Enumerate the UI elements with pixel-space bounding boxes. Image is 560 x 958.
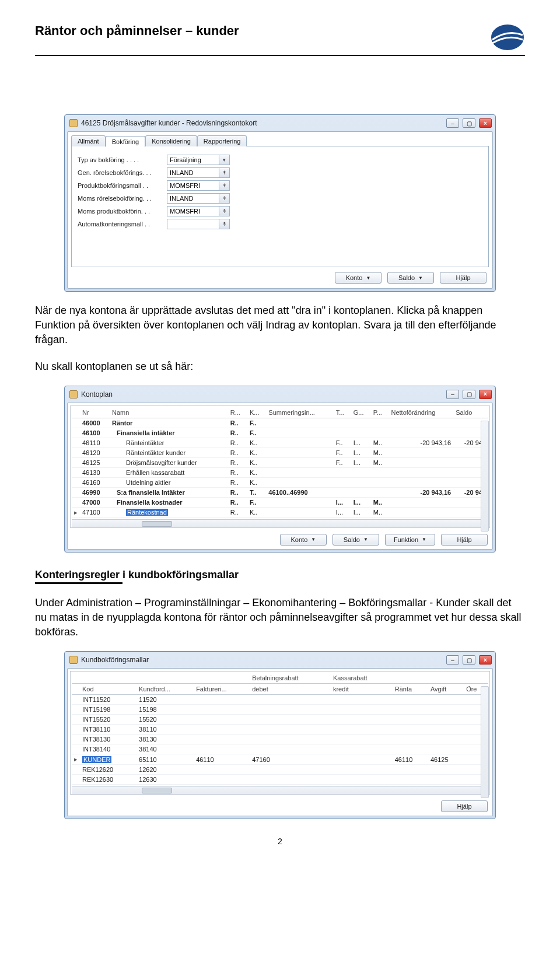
table-row[interactable]: INT1519815198 (72, 705, 488, 715)
field-input[interactable] (167, 180, 219, 191)
column-header[interactable]: Namn (110, 407, 228, 418)
column-header[interactable]: T... (334, 407, 351, 418)
chevron-down-icon: ▼ (422, 537, 426, 542)
table-row[interactable]: ▸47100RäntekostnadR..K..I...I...M.. (72, 507, 488, 518)
subheading: Konteringsregler i kundbokföringsmallar (35, 569, 525, 581)
window-kundbokforingsmallar: Kundbokföringsmallar – ▢ × Betalningsrab… (64, 651, 496, 819)
header-rule (35, 55, 525, 56)
window-title: Kundbokföringsmallar (81, 656, 443, 664)
column-header[interactable]: debet (250, 684, 331, 695)
window-kontoplan: Kontoplan – ▢ × NrNamnR...K...Summerings… (64, 386, 496, 553)
close-button[interactable]: × (479, 655, 492, 665)
field-input[interactable] (167, 167, 219, 178)
table-row[interactable]: REK1262012620 (72, 765, 488, 775)
field-input[interactable] (167, 219, 219, 229)
lookup-button[interactable]: ↟ (219, 193, 230, 204)
table-row[interactable]: INT3814038140 (72, 744, 488, 754)
field-label: Automatkonteringsmall . . (78, 221, 162, 228)
saldo-button[interactable]: Saldo▼ (387, 272, 434, 284)
maximize-button[interactable]: ▢ (463, 390, 475, 399)
lookup-button[interactable]: ↟ (219, 167, 230, 178)
horizontal-scrollbar[interactable] (72, 786, 488, 794)
close-button[interactable]: × (479, 390, 492, 399)
table-row[interactable]: 46110RänteintäkterR..K..F..I...M..-20 94… (72, 438, 488, 447)
table-row[interactable]: 46120Ränteintäkter kunderR..K..F..I...M.… (72, 447, 488, 457)
column-header[interactable]: Avgift (428, 684, 464, 695)
column-header[interactable]: Kod (80, 684, 136, 695)
logo-icon (490, 23, 525, 51)
column-header[interactable]: Nettoförändring (388, 407, 453, 418)
table-row[interactable]: 46160Utdelning aktierR..K.. (72, 477, 488, 487)
horizontal-scrollbar[interactable] (72, 519, 488, 527)
hjälp-button[interactable]: Hjälp (441, 534, 488, 546)
column-header[interactable]: Nr (80, 407, 110, 418)
tab-konsolidering[interactable]: Konsolidering (145, 135, 197, 146)
tab-allmänt[interactable]: Allmänt (71, 135, 106, 146)
konto-button[interactable]: Konto▼ (280, 534, 327, 546)
chevron-down-icon: ▼ (311, 537, 316, 542)
lookup-button[interactable]: ↟ (219, 219, 230, 229)
column-group-header: Betalningsrabatt (250, 673, 331, 684)
close-button[interactable]: × (479, 118, 492, 128)
hjälp-button[interactable]: Hjälp (441, 800, 488, 812)
paragraph-2: Nu skall kontoplanen se ut så här: (35, 359, 525, 374)
field-input[interactable] (167, 206, 219, 216)
subheading-underline (35, 582, 123, 584)
paragraph-3: Under Administration – Programinställnin… (35, 596, 525, 640)
column-header[interactable]: kredit (331, 684, 393, 695)
column-header[interactable]: Summeringsin... (266, 407, 334, 418)
column-header[interactable]: Faktureri... (194, 684, 250, 695)
chevron-down-icon: ▼ (363, 537, 368, 542)
table-row[interactable]: 46125Dröjsmålsavgifter kunderR..K..F..I.… (72, 457, 488, 467)
table-row[interactable]: ▸KUNDER6511046110471604611046125 (72, 754, 488, 765)
page-title: Räntor och påminnelser – kunder (35, 23, 239, 39)
vertical-scrollbar[interactable] (481, 686, 489, 798)
window-icon (69, 390, 78, 398)
lookup-button[interactable]: ▾ (219, 155, 230, 165)
field-label: Typ av bokföring . . . . (78, 156, 162, 163)
paragraph-1: När de nya kontona är upprättade avsluta… (35, 303, 525, 348)
konto-button[interactable]: Konto▼ (335, 272, 382, 284)
maximize-button[interactable]: ▢ (463, 655, 475, 665)
window-title: 46125 Dröjsmålsavgifter kunder - Redovis… (81, 119, 443, 127)
saldo-button[interactable]: Saldo▼ (332, 534, 379, 546)
tab-rapportering[interactable]: Rapportering (197, 135, 247, 146)
minimize-button[interactable]: – (446, 390, 459, 399)
lookup-button[interactable]: ↟ (219, 206, 230, 216)
column-header[interactable]: P... (371, 407, 389, 418)
column-header[interactable]: K... (247, 407, 266, 418)
window-icon (69, 119, 78, 127)
column-header[interactable]: Ränta (393, 684, 428, 695)
table-row[interactable]: INT1152011520 (72, 695, 488, 705)
table-row[interactable]: 47000Finansiella kostnaderR..F..I...I...… (72, 497, 488, 507)
table-row[interactable]: 46990S:a finansiella IntäkterR..T..46100… (72, 487, 488, 497)
field-input[interactable] (167, 155, 219, 165)
page-number: 2 (35, 837, 525, 846)
table-row[interactable]: 46130Erhållen kassarabattR..K.. (72, 467, 488, 477)
field-input[interactable] (167, 193, 219, 204)
table-row[interactable]: INT3811038110 (72, 725, 488, 735)
field-label: Gen. rörelsebokförings. . . (78, 169, 162, 176)
hjälp-button[interactable]: Hjälp (440, 272, 487, 284)
vertical-scrollbar[interactable] (481, 421, 489, 532)
column-header[interactable]: Saldo (453, 407, 488, 418)
minimize-button[interactable]: – (446, 655, 459, 665)
maximize-button[interactable]: ▢ (463, 118, 475, 128)
window-icon (69, 656, 78, 664)
lookup-button[interactable]: ↟ (219, 180, 230, 191)
tab-bokföring[interactable]: Bokföring (106, 136, 145, 147)
column-group-header: Kassarabatt (331, 673, 393, 684)
minimize-button[interactable]: – (446, 118, 459, 128)
field-label: Moms produktbokförin. . . (78, 208, 162, 215)
funktion-button[interactable]: Funktion▼ (385, 534, 435, 546)
column-header[interactable]: Kundford... (136, 684, 194, 695)
column-header[interactable]: G... (351, 407, 371, 418)
table-row[interactable]: 46000RäntorR..F.. (72, 418, 488, 428)
chevron-down-icon: ▼ (366, 275, 370, 281)
table-row[interactable]: INT3813038130 (72, 735, 488, 744)
column-header[interactable]: R... (228, 407, 247, 418)
table-row[interactable]: INT1552015520 (72, 715, 488, 725)
table-row[interactable]: 46100Finansiella intäkterR..F.. (72, 428, 488, 438)
table-row[interactable]: REK1263012630 (72, 775, 488, 785)
field-label: Produktbokföringsmall . . (78, 182, 162, 189)
